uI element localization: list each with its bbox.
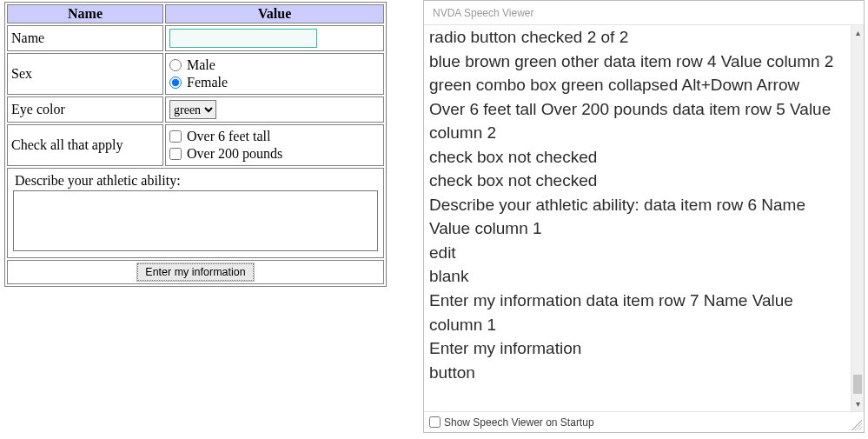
enter-my-information-button[interactable]: Enter my information [137,263,253,281]
nvda-speech-log[interactable]: Male Female data item row 3 Value column… [424,25,851,411]
row-eye-label: Eye color [7,96,163,123]
row-submit-cell: Enter my information [7,260,384,284]
nvda-speech-viewer-window: NVDA Speech Viewer Male Female data item… [423,0,865,433]
nvda-line: check box not checked [429,145,845,170]
nvda-line: button [429,361,845,385]
describe-textarea[interactable] [13,190,378,251]
form-table-container: Name Value Name Sex Male Female [4,2,387,287]
nvda-line: check box not checked [429,169,845,193]
nvda-line: Enter my information data item row 7 Nam… [429,289,845,336]
resize-grip-icon[interactable] [851,420,862,430]
checkbox-over-200-pounds[interactable] [169,148,182,160]
show-on-startup-checkbox[interactable] [429,416,441,428]
checkbox-over-6-feet[interactable] [169,130,182,143]
checkbox-over-200-pounds-label: Over 200 pounds [187,145,282,163]
form-table: Name Value Name Sex Male Female [4,2,387,287]
row-name-value-cell [165,25,384,51]
nvda-line: Describe your athletic ability: data ite… [429,193,845,241]
row-check-value-cell: Over 6 feet tall Over 200 pounds [165,124,384,166]
row-name-label: Name [7,25,163,51]
nvda-line: green combo box green collapsed Alt+Down… [429,73,845,97]
nvda-footer: Show Speech Viewer on Startup [424,411,864,432]
describe-label: Describe your athletic ability: [11,171,380,189]
nvda-line: radio button checked 2 of 2 [429,25,845,50]
row-sex-value-cell: Male Female [165,53,384,95]
scroll-thumb[interactable] [853,375,862,394]
row-check-label: Check all that apply [7,124,163,166]
header-value: Value [165,4,384,23]
nvda-line: blue brown green other data item row 4 V… [429,50,845,74]
nvda-body: Male Female data item row 3 Value column… [424,25,864,411]
radio-female[interactable] [169,76,182,89]
radio-female-label: Female [187,74,228,91]
show-on-startup-label: Show Speech Viewer on Startup [444,416,594,429]
nvda-line: Enter my information [429,336,845,361]
scroll-down-icon[interactable]: ▾ [851,396,864,411]
scroll-up-icon[interactable]: ▴ [851,25,864,40]
nvda-line: edit [429,241,845,265]
checkbox-over-6-feet-label: Over 6 feet tall [187,128,270,145]
radio-male-label: Male [187,57,215,74]
header-name: Name [7,4,163,23]
eye-color-select[interactable]: green [169,100,216,119]
row-describe-cell: Describe your athletic ability: [7,168,384,258]
name-input[interactable] [169,29,317,48]
radio-male[interactable] [169,59,182,71]
scrollbar[interactable]: ▴ ▾ [851,25,864,411]
nvda-line: blank [429,264,845,289]
nvda-window-title: NVDA Speech Viewer [424,1,864,25]
row-sex-label: Sex [7,53,163,95]
nvda-line: Over 6 feet tall Over 200 pounds data it… [429,97,845,145]
row-eye-value-cell: green [165,96,384,123]
